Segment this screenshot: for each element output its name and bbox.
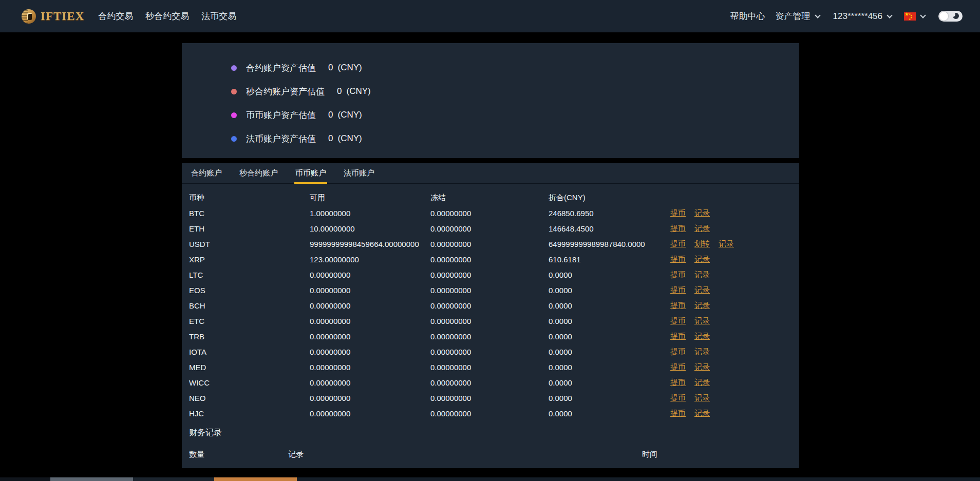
withdraw-link[interactable]: 提币 (670, 362, 686, 372)
cny-value: 0.0000 (549, 317, 670, 325)
available-value: 0.00000000 (310, 271, 430, 279)
wallet-row: MED0.000000000.000000000.0000提币记录 (189, 359, 792, 375)
record-link[interactable]: 记录 (694, 347, 710, 357)
row-actions: 提币记录 (670, 332, 792, 341)
help-center-link[interactable]: 帮助中心 (730, 10, 765, 22)
toggle-knob (939, 12, 948, 21)
coin-name: IOTA (189, 348, 310, 356)
coin-logo-icon (22, 9, 36, 24)
withdraw-link[interactable]: 提币 (670, 285, 686, 295)
withdraw-link[interactable]: 提币 (670, 239, 686, 249)
content-area: 合约账户资产估值0(CNY)秒合约账户资产估值0(CNY)币币账户资产估值0(C… (182, 43, 799, 468)
record-link[interactable]: 记录 (694, 255, 710, 264)
moon-icon (953, 13, 959, 19)
record-link[interactable]: 记录 (694, 224, 710, 234)
summary-row-fiat-account-valuation: 法币账户资产估值0(CNY) (231, 127, 799, 150)
china-flag-icon[interactable]: ★ ★ ★ ★ ★ (904, 12, 916, 21)
coin-name: ETC (189, 317, 310, 325)
col-header-coin: 币种 (189, 193, 310, 203)
withdraw-link[interactable]: 提币 (670, 409, 686, 418)
scrollbar-track-segment (133, 477, 214, 481)
wallet-rows: BTC1.000000000.00000000246850.6950提币记录ET… (189, 205, 792, 421)
legend-dot-icon (231, 65, 237, 71)
record-link[interactable]: 记录 (694, 362, 710, 372)
nav-item-fiat-trading[interactable]: 法币交易 (201, 10, 236, 22)
record-link[interactable]: 记录 (694, 208, 710, 218)
legend-dot-icon (231, 89, 237, 94)
coin-name: EOS (189, 286, 310, 295)
frozen-value: 0.00000000 (430, 255, 549, 264)
summary-label: 合约账户资产估值 (246, 62, 316, 74)
finance-col-amount: 数量 (189, 450, 288, 459)
record-link[interactable]: 记录 (694, 378, 710, 388)
transfer-link[interactable]: 划转 (694, 239, 710, 249)
wallet-row: EOS0.000000000.000000000.0000提币记录 (189, 282, 792, 298)
legend-dot-icon (231, 112, 237, 118)
tab-contract-account[interactable]: 合约账户 (191, 163, 222, 183)
theme-toggle[interactable] (938, 11, 963, 22)
wallet-row: XRP123.000000000.00000000610.6181提币记录 (189, 252, 792, 267)
withdraw-link[interactable]: 提币 (670, 255, 686, 264)
wallet-row: NEO0.000000000.000000000.0000提币记录 (189, 390, 792, 406)
account-menu[interactable]: 123******456 (833, 11, 882, 22)
summary-label: 法币账户资产估值 (246, 133, 316, 145)
scrollbar-track-segment (50, 477, 133, 481)
wallet-table-header: 币种 可用 冻结 折合(CNY) (189, 190, 792, 205)
cny-value: 0.0000 (549, 286, 670, 295)
tab-fiat-account[interactable]: 法币账户 (344, 163, 374, 183)
row-actions: 提币记录 (670, 301, 792, 311)
wallet-row: LTC0.000000000.000000000.0000提币记录 (189, 267, 792, 282)
summary-value: 0 (328, 110, 333, 120)
horizontal-scrollbar[interactable] (0, 477, 980, 481)
withdraw-link[interactable]: 提币 (670, 347, 686, 357)
available-value: 0.00000000 (310, 394, 430, 402)
available-value: 10.00000000 (310, 224, 430, 233)
wallet-row: TRB0.000000000.000000000.0000提币记录 (189, 329, 792, 344)
frozen-value: 0.00000000 (430, 209, 549, 218)
coin-name: USDT (189, 240, 310, 248)
record-link[interactable]: 记录 (694, 316, 710, 326)
available-value: 0.00000000 (310, 409, 430, 418)
available-value: 123.00000000 (310, 255, 430, 264)
cny-value: 649999999989987840.0000 (549, 240, 670, 248)
scrollbar-track-segment (297, 477, 980, 481)
finance-table-header: 数量 记录 时间 (182, 447, 799, 462)
coin-name: MED (189, 363, 310, 372)
record-link[interactable]: 记录 (694, 332, 710, 341)
withdraw-link[interactable]: 提币 (670, 301, 686, 311)
logo[interactable]: IFTIEX (22, 9, 84, 24)
row-actions: 提币记录 (670, 409, 792, 418)
record-link[interactable]: 记录 (694, 393, 710, 403)
record-link[interactable]: 记录 (694, 270, 710, 280)
withdraw-link[interactable]: 提币 (670, 224, 686, 234)
nav-item-contract-trading[interactable]: 合约交易 (98, 10, 133, 22)
record-link[interactable]: 记录 (694, 285, 710, 295)
record-link[interactable]: 记录 (694, 409, 710, 418)
record-link[interactable]: 记录 (694, 301, 710, 311)
row-actions: 提币划转记录 (670, 239, 792, 249)
asset-management-menu[interactable]: 资产管理 (776, 10, 811, 22)
summary-row-coin-account-valuation: 币币账户资产估值0(CNY) (231, 103, 799, 127)
nav-item-second-contract-trading[interactable]: 秒合约交易 (145, 10, 189, 22)
withdraw-link[interactable]: 提币 (670, 208, 686, 218)
cny-value: 246850.6950 (549, 209, 670, 218)
withdraw-link[interactable]: 提币 (670, 393, 686, 403)
col-header-available: 可用 (310, 193, 430, 203)
summary-row-contract-account-valuation: 合约账户资产估值0(CNY) (231, 56, 799, 80)
wallet-row: ETH10.000000000.00000000146648.4500提币记录 (189, 221, 792, 236)
row-actions: 提币记录 (670, 270, 792, 280)
tab-coin-account[interactable]: 币币账户 (295, 163, 326, 183)
summary-label: 秒合约账户资产估值 (246, 86, 325, 98)
top-navbar: IFTIEX 合约交易秒合约交易法币交易 帮助中心 资产管理 123******… (0, 0, 980, 32)
withdraw-link[interactable]: 提币 (670, 332, 686, 341)
tab-second-contract-account[interactable]: 秒合约账户 (239, 163, 278, 183)
record-link[interactable]: 记录 (719, 239, 734, 249)
available-value: 0.00000000 (310, 317, 430, 325)
withdraw-link[interactable]: 提币 (670, 378, 686, 388)
withdraw-link[interactable]: 提币 (670, 316, 686, 326)
withdraw-link[interactable]: 提币 (670, 270, 686, 280)
available-value: 0.00000000 (310, 378, 430, 387)
summary-unit: (CNY) (337, 63, 362, 73)
scrollbar-thumb[interactable] (214, 477, 297, 481)
chevron-down-icon (887, 12, 892, 18)
